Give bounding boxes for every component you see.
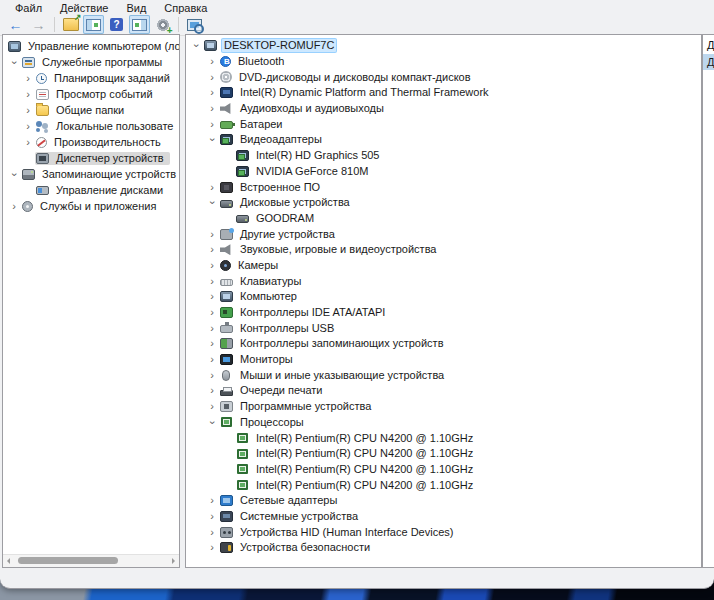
chevron-collapsed-icon[interactable]: › <box>205 56 219 67</box>
tree-row[interactable]: NVIDIA GeForce 810M <box>186 164 701 180</box>
tree-row[interactable]: ›Клавиатуры <box>186 273 701 289</box>
tree-row[interactable]: Intel(R) Pentium(R) CPU N4200 @ 1.10GHz <box>186 462 701 478</box>
chevron-collapsed-icon[interactable]: › <box>205 119 219 130</box>
chevron-collapsed-icon[interactable]: › <box>205 385 219 396</box>
help-button[interactable]: ? <box>106 15 127 34</box>
tree-row[interactable]: ›Другие устройства <box>186 226 701 242</box>
add-gear-button[interactable] <box>152 15 173 34</box>
chevron-collapsed-icon[interactable]: › <box>21 121 35 132</box>
tree-row[interactable]: ›Intel(R) Dynamic Platform and Thermal F… <box>186 85 701 101</box>
tree-row[interactable]: ›Просмотр событий <box>3 86 179 102</box>
chevron-collapsed-icon[interactable]: › <box>205 291 219 302</box>
tree-row[interactable]: ›DESKTOP-ROMUF7C <box>186 38 701 54</box>
tree-row[interactable]: ›Мониторы <box>186 352 701 368</box>
tree-row[interactable]: ›Звуковые, игровые и видеоустройства <box>186 242 701 258</box>
tree-row[interactable]: ›Служебные программы <box>3 54 179 70</box>
chevron-expanded-icon[interactable]: › <box>207 196 218 210</box>
tree-row[interactable]: Диспетчер устройств <box>3 150 179 166</box>
chevron-collapsed-icon[interactable]: › <box>21 89 35 100</box>
tree-row[interactable]: GOODRAM <box>186 211 701 227</box>
tree-row[interactable]: Управление дисками <box>3 182 179 198</box>
chevron-collapsed-icon[interactable]: › <box>205 182 219 193</box>
tree-row[interactable]: Intel(R) Pentium(R) CPU N4200 @ 1.10GHz <box>186 430 701 446</box>
tree-row[interactable]: ›Аудиовходы и аудиовыходы <box>186 101 701 117</box>
chevron-collapsed-icon[interactable]: › <box>205 401 219 412</box>
chevron-collapsed-icon[interactable]: › <box>205 307 219 318</box>
chevron-collapsed-icon[interactable]: › <box>21 105 35 116</box>
chevron-expanded-icon[interactable]: › <box>207 133 218 147</box>
actions-pane-item[interactable]: Д <box>703 54 714 70</box>
tree-row[interactable]: Управление компьютером (ло <box>3 38 179 54</box>
menu-1[interactable]: Действие <box>51 2 117 14</box>
chevron-expanded-icon[interactable]: › <box>9 55 20 69</box>
chevron-collapsed-icon[interactable]: › <box>205 511 219 522</box>
tree-row[interactable]: ›Службы и приложения <box>3 198 179 214</box>
tree-row[interactable]: ›Bluetooth <box>186 54 701 70</box>
chevron-collapsed-icon[interactable]: › <box>205 354 219 365</box>
tree-row[interactable]: ›Очереди печати <box>186 383 701 399</box>
scroll-right-arrow-icon[interactable] <box>172 558 175 564</box>
chevron-expanded-icon[interactable]: › <box>207 415 218 429</box>
menu-2[interactable]: Вид <box>117 2 155 14</box>
scrollbar-thumb[interactable] <box>18 557 118 564</box>
menu-3[interactable]: Справка <box>155 2 216 14</box>
chevron-collapsed-icon[interactable]: › <box>205 103 219 114</box>
chevron-collapsed-icon[interactable]: › <box>21 137 35 148</box>
chevron-collapsed-icon[interactable]: › <box>205 260 219 271</box>
tree-row[interactable]: ›Дисковые устройства <box>186 195 701 211</box>
tree-row[interactable]: ›DVD-дисководы и дисководы компакт-диско… <box>186 69 701 85</box>
console-tree-toggle-button[interactable] <box>83 15 104 34</box>
disk-drive-icon <box>236 215 249 223</box>
tree-row[interactable]: ›Видеоадаптеры <box>186 132 701 148</box>
tree-row[interactable]: ›Батареи <box>186 116 701 132</box>
forward-arrow-button[interactable]: → <box>28 15 49 34</box>
chevron-collapsed-icon[interactable]: › <box>205 229 219 240</box>
chevron-collapsed-icon[interactable]: › <box>205 276 219 287</box>
tree-row[interactable]: ›Производительность <box>3 134 179 150</box>
tree-row[interactable]: ›Мыши и иные указывающие устройства <box>186 367 701 383</box>
chevron-collapsed-icon[interactable]: › <box>205 542 219 553</box>
export-folder-button[interactable] <box>60 15 81 34</box>
scroll-left-arrow-icon[interactable] <box>7 558 10 564</box>
back-arrow-button[interactable]: ← <box>5 15 26 34</box>
actions-pane-title: Д <box>703 35 714 54</box>
chevron-expanded-icon[interactable]: › <box>191 39 202 53</box>
tree-row[interactable]: ›Встроенное ПО <box>186 179 701 195</box>
chevron-collapsed-icon[interactable]: › <box>205 370 219 381</box>
tree-row[interactable]: ›Контроллеры запоминающих устройств <box>186 336 701 352</box>
tree-row[interactable]: ›Компьютер <box>186 289 701 305</box>
system-tools-icon <box>22 57 35 68</box>
tree-row[interactable]: ›Планировщик заданий <box>3 70 179 86</box>
tree-row[interactable]: ›Процессоры <box>186 415 701 431</box>
chevron-collapsed-icon[interactable]: › <box>205 72 219 83</box>
action-pane-toggle-button[interactable] <box>129 15 150 34</box>
menu-0[interactable]: Файл <box>6 2 51 14</box>
horizontal-scrollbar[interactable] <box>3 554 179 567</box>
chevron-collapsed-icon[interactable]: › <box>205 527 219 538</box>
tree-row[interactable]: ›Сетевые адаптеры <box>186 493 701 509</box>
tree-row[interactable]: ›Камеры <box>186 258 701 274</box>
chevron-collapsed-icon[interactable]: › <box>205 323 219 334</box>
chevron-collapsed-icon[interactable]: › <box>205 87 219 98</box>
tree-row[interactable]: ›Контроллеры USB <box>186 320 701 336</box>
tree-row[interactable]: Intel(R) Pentium(R) CPU N4200 @ 1.10GHz <box>186 446 701 462</box>
tree-row[interactable]: Intel(R) Pentium(R) CPU N4200 @ 1.10GHz <box>186 477 701 493</box>
chevron-collapsed-icon[interactable]: › <box>205 244 219 255</box>
scan-monitor-button[interactable] <box>184 15 205 34</box>
tree-row[interactable]: ›Устройства безопасности <box>186 540 701 556</box>
tree-row[interactable]: ›Программные устройства <box>186 399 701 415</box>
tree-row[interactable]: ›Устройства HID (Human Interface Devices… <box>186 524 701 540</box>
tree-row[interactable]: Intel(R) HD Graphics 505 <box>186 148 701 164</box>
tree-row[interactable]: ›Запоминающие устройств <box>3 166 179 182</box>
chevron-collapsed-icon[interactable]: › <box>21 73 35 84</box>
tree-row[interactable]: ›Системные устройства <box>186 509 701 525</box>
chevron-collapsed-icon[interactable]: › <box>205 495 219 506</box>
tree-row[interactable]: ›Контроллеры IDE ATA/ATAPI <box>186 305 701 321</box>
chevron-expanded-icon[interactable]: › <box>9 167 20 181</box>
chevron-collapsed-icon[interactable]: › <box>7 201 21 212</box>
chevron-collapsed-icon[interactable]: › <box>205 338 219 349</box>
tree-row[interactable]: ›Локальные пользовате <box>3 118 179 134</box>
toolbar: ←→? <box>0 14 714 36</box>
tree-row[interactable]: ›Общие папки <box>3 102 179 118</box>
processor-icon <box>237 464 248 474</box>
